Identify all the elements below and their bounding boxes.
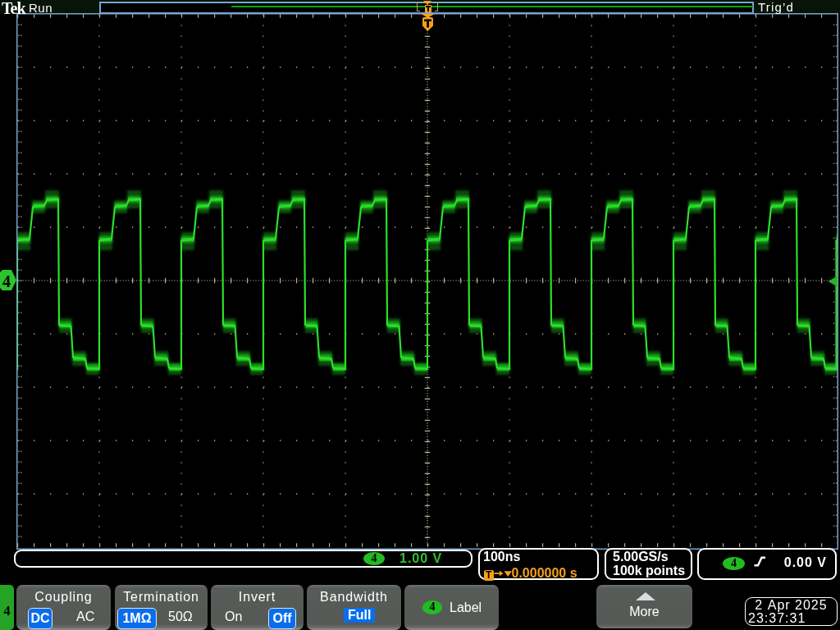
svg-text:4: 4 <box>2 272 11 290</box>
